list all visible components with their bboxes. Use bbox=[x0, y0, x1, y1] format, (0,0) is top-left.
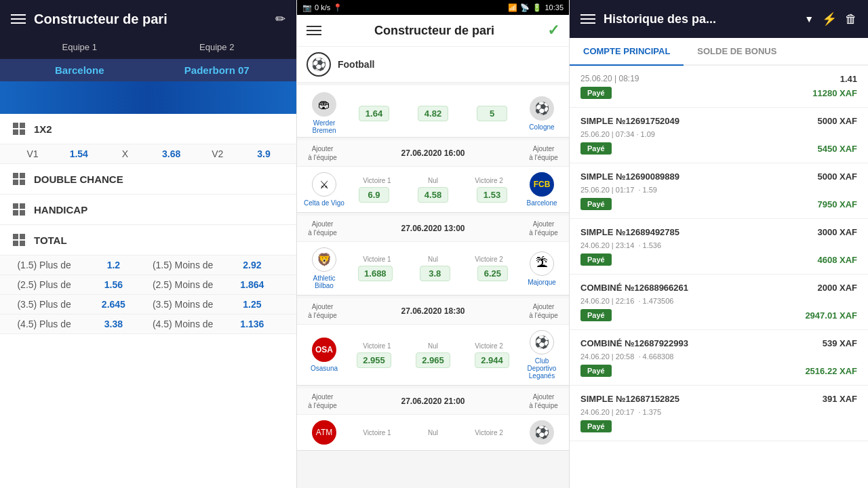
add-team2-btn-2[interactable]: Ajouterà l'équipe bbox=[525, 220, 562, 237]
bet-status-row-4: Payé 2947.01 XAF bbox=[580, 309, 857, 321]
team1-name-3: Osasuna bbox=[304, 365, 344, 372]
total-row-0: (1.5) Plus de 1.2 (1.5) Moins de 2.92 bbox=[0, 256, 296, 275]
match-odds-row-3: OSA Osasuna Victoire 1 Nul Victoire 2 2.… bbox=[297, 325, 569, 385]
odd2-3[interactable]: 2.944 bbox=[475, 352, 509, 368]
v2-value[interactable]: 3.9 bbox=[242, 148, 285, 159]
bet-date-2: 25.06.20 | 01:17 bbox=[580, 186, 634, 194]
teams-row: Barcelone Paderborn 07 bbox=[0, 59, 296, 81]
match-card-3: Ajouterà l'équipe 27.06.2020 18:30 Ajout… bbox=[297, 298, 569, 386]
bet-name-4: COMBINÉ №12688966261 bbox=[580, 283, 688, 293]
market-double-chance[interactable]: DOUBLE CHANCE bbox=[0, 164, 296, 195]
odd2-1[interactable]: 1.53 bbox=[477, 187, 507, 203]
total-v1-0[interactable]: 1.2 bbox=[80, 260, 146, 270]
total-v2-2[interactable]: 1.25 bbox=[219, 299, 285, 310]
markets-scroll: 1X2 V1 1.54 X 3.68 V2 3.9 DOUBLE CHANCE … bbox=[0, 114, 296, 488]
total-l2-0: (1.5) Moins de bbox=[150, 260, 216, 270]
team-logo-barca: FCB bbox=[530, 172, 554, 197]
bet-amount-2: 5000 XAF bbox=[817, 171, 857, 183]
add-team2-btn-3[interactable]: Ajouterà l'équipe bbox=[525, 302, 562, 320]
match-time-4: 27.06.2020 21:00 bbox=[341, 396, 525, 406]
total-v2-1[interactable]: 1.864 bbox=[219, 279, 285, 290]
edit-icon[interactable]: ✏ bbox=[275, 12, 285, 26]
odd2-0[interactable]: 5 bbox=[477, 106, 507, 121]
team-logo-leganes: ⚽ bbox=[530, 330, 554, 354]
odd1-1[interactable]: 6.9 bbox=[359, 187, 389, 203]
oddX-1[interactable]: 4.58 bbox=[418, 187, 448, 203]
odd1-3[interactable]: 2.955 bbox=[357, 352, 391, 368]
mid-header: Constructeur de pari ✓ bbox=[297, 15, 569, 47]
bet-status-row-5: Payé 2516.22 XAF bbox=[580, 365, 857, 377]
odd1-2[interactable]: 1.688 bbox=[358, 266, 393, 281]
total-v1-2[interactable]: 2.645 bbox=[80, 299, 146, 310]
team-logo-majorque: 🏝 bbox=[530, 251, 554, 276]
menu-icon[interactable] bbox=[11, 14, 26, 24]
x-value[interactable]: 3.68 bbox=[150, 148, 193, 159]
status-badge-1: Payé bbox=[580, 142, 612, 155]
market-total-icon bbox=[11, 232, 27, 248]
mid-menu-icon[interactable] bbox=[307, 26, 321, 35]
status-badge-5: Payé bbox=[580, 365, 612, 377]
tab-solde-bonus[interactable]: SOLDE DE BONUS bbox=[684, 38, 790, 66]
oddX-3[interactable]: 2.965 bbox=[416, 352, 450, 368]
total-v1-3[interactable]: 3.38 bbox=[80, 319, 146, 329]
oddX-0[interactable]: 4.82 bbox=[418, 106, 448, 121]
market-1x2[interactable]: 1X2 bbox=[0, 114, 296, 144]
market-handicap-icon bbox=[11, 201, 27, 218]
odd1-0[interactable]: 1.64 bbox=[359, 106, 389, 121]
total-l1-2: (3.5) Plus de bbox=[11, 299, 77, 310]
oddX-2[interactable]: 3.8 bbox=[420, 266, 450, 281]
teams-header: Equipe 1 Equipe 2 bbox=[0, 38, 296, 59]
team1-name-0: Werder Bremen bbox=[304, 119, 344, 134]
v1-value[interactable]: 1.54 bbox=[57, 148, 100, 159]
market-dc-icon bbox=[11, 171, 27, 187]
status-bar: 📷 0 k/s 📍 📶 📡 🔋 10:35 bbox=[297, 0, 569, 15]
confirm-icon[interactable]: ✓ bbox=[547, 22, 559, 39]
add-team1-btn-2[interactable]: Ajouterà l'équipe bbox=[304, 220, 341, 237]
bet-payout-3: 4608 XAF bbox=[817, 255, 857, 265]
match-header-2: Ajouterà l'équipe 27.06.2020 13:00 Ajout… bbox=[297, 216, 569, 242]
label2-1: Victoire 2 bbox=[475, 177, 503, 184]
match-time-2: 27.06.2020 13:00 bbox=[341, 224, 525, 233]
match-odds-2: Victoire 1 Nul Victoire 2 1.688 3.8 6.25 bbox=[344, 256, 521, 281]
bet-amount-4: 2000 XAF bbox=[817, 283, 857, 294]
total-row-2: (3.5) Plus de 2.645 (3.5) Moins de 1.25 bbox=[0, 295, 296, 314]
total-v1-1[interactable]: 1.56 bbox=[80, 279, 146, 290]
filter-icon[interactable]: ⚡ bbox=[822, 12, 837, 26]
add-team1-btn-3[interactable]: Ajouterà l'équipe bbox=[304, 302, 341, 320]
market-total[interactable]: TOTAL bbox=[0, 225, 296, 256]
match-team2-0: ⚽ Cologne bbox=[521, 96, 562, 131]
camera-icon: 📷 bbox=[302, 3, 312, 12]
total-v2-0[interactable]: 2.92 bbox=[219, 260, 285, 270]
x-label: X bbox=[103, 148, 146, 159]
team1-name-2: Athletic Bilbao bbox=[304, 274, 344, 289]
bet-multi-val-4: 1.473506 bbox=[643, 297, 674, 305]
football-sport-icon: ⚽ bbox=[307, 52, 331, 77]
market-handicap[interactable]: HANDICAP bbox=[0, 195, 296, 225]
delete-icon[interactable]: 🗑 bbox=[845, 12, 857, 26]
match-time-3: 27.06.2020 18:30 bbox=[341, 306, 525, 316]
add-team2-btn-4[interactable]: Ajouterà l'équipe bbox=[525, 392, 562, 410]
label1-1: Victoire 1 bbox=[363, 177, 391, 184]
odd2-2[interactable]: 6.25 bbox=[477, 266, 508, 281]
team2-name-2: Majorque bbox=[521, 279, 562, 286]
bet-amount-3: 3000 XAF bbox=[817, 227, 857, 239]
right-title: Historique des pa... bbox=[604, 12, 796, 26]
match-card-0: 🏟 Werder Bremen 1.64 4.82 5 ⚽ Cologne bbox=[297, 85, 569, 138]
status-badge-2: Payé bbox=[580, 198, 612, 210]
team2-name-3: Club Deportivo Leganés bbox=[521, 357, 562, 380]
total-l2-1: (2.5) Moins de bbox=[150, 279, 216, 290]
team2-name[interactable]: Paderborn 07 bbox=[149, 64, 286, 76]
location-icon: 📍 bbox=[333, 3, 342, 12]
right-menu-icon[interactable] bbox=[580, 14, 595, 24]
total-v2-3[interactable]: 1.136 bbox=[219, 319, 285, 329]
dropdown-arrow-icon[interactable]: ▼ bbox=[804, 14, 814, 24]
add-team2-btn-1[interactable]: Ajouterà l'équipe bbox=[525, 144, 562, 162]
team1-name[interactable]: Barcelone bbox=[11, 64, 149, 76]
add-team1-btn-4[interactable]: Ajouterà l'équipe bbox=[304, 392, 341, 410]
tab-compte-principal[interactable]: COMPTE PRINCIPAL bbox=[570, 38, 684, 66]
add-team1-btn-1[interactable]: Ajouterà l'équipe bbox=[304, 144, 341, 162]
label1-3: Victoire 1 bbox=[363, 342, 391, 350]
bet-sub-6: 24.06.20 | 20:17 · 1.375 bbox=[580, 408, 857, 416]
right-header: Historique des pa... ▼ ⚡ 🗑 bbox=[570, 0, 868, 38]
right-tabs: COMPTE PRINCIPAL SOLDE DE BONUS bbox=[570, 38, 868, 66]
